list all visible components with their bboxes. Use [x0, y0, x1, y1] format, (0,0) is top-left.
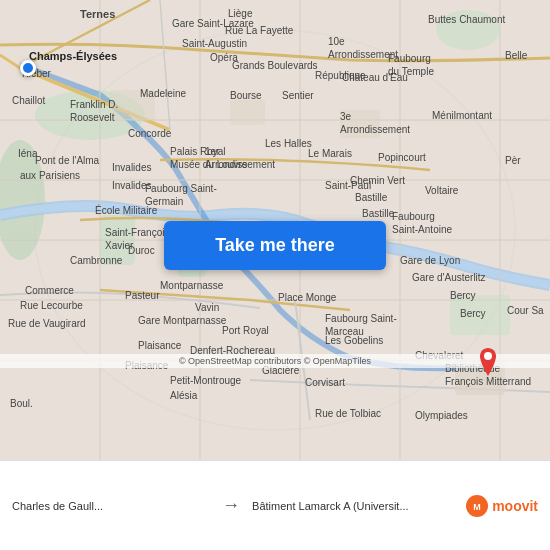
- map-container: Ternes Liège Champs-Élysées Kléber Chail…: [0, 0, 550, 460]
- bottom-bar: Charles de Gaull... → Bâtiment Lamarck A…: [0, 460, 550, 550]
- svg-point-5: [436, 10, 500, 50]
- moovit-icon: M: [466, 495, 488, 517]
- svg-rect-22: [110, 90, 155, 120]
- take-me-there-button[interactable]: Take me there: [164, 221, 386, 270]
- moovit-text: moovit: [492, 498, 538, 514]
- cta-label: Take me there: [215, 235, 335, 256]
- svg-rect-25: [450, 295, 510, 335]
- end-marker: [476, 348, 500, 384]
- route-from: Charles de Gaull...: [12, 500, 210, 512]
- moovit-logo: M moovit: [466, 495, 538, 517]
- svg-text:M: M: [473, 502, 481, 512]
- svg-rect-23: [230, 100, 265, 125]
- osm-attribution: © OpenStreetMap contributors © OpenMapTi…: [0, 354, 550, 368]
- start-marker: [20, 60, 36, 76]
- svg-rect-24: [340, 110, 380, 138]
- route-arrow: →: [218, 495, 244, 516]
- route-to: Bâtiment Lamarck A (Universit...: [252, 500, 450, 512]
- svg-point-27: [484, 352, 492, 360]
